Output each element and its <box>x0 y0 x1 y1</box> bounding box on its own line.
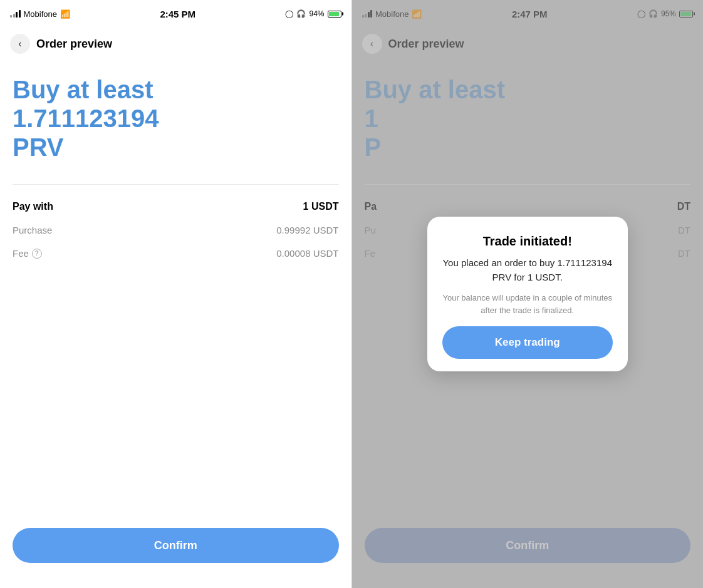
left-detail-section: Pay with 1 USDT Purchase 0.99992 USDT Fe… <box>13 184 339 265</box>
left-nav-bar: ‹ Order preview <box>0 28 352 60</box>
left-confirm-wrap: Confirm <box>0 515 352 588</box>
headphones-icon: 🎧 <box>296 9 306 18</box>
modal-overlay: Trade initiated! You placed an order to … <box>352 0 704 588</box>
left-fee-label: Fee ? <box>13 248 42 259</box>
left-status-carrier-group: Mobifone 📶 <box>10 9 70 19</box>
left-pay-with-value: 1 USDT <box>303 201 339 212</box>
left-content: Buy at least 1.711123194 PRV Pay with 1 … <box>0 60 352 515</box>
trade-initiated-modal: Trade initiated! You placed an order to … <box>427 217 628 371</box>
left-heading-line2: 1.711123194 <box>13 105 159 132</box>
fee-info-icon: ? <box>32 249 42 259</box>
left-purchase-label: Purchase <box>13 225 52 235</box>
left-status-time: 2:45 PM <box>160 9 195 19</box>
left-confirm-button[interactable]: Confirm <box>13 528 339 563</box>
left-back-arrow-icon: ‹ <box>18 38 21 49</box>
left-status-bar: Mobifone 📶 2:45 PM ◯ 🎧 94% <box>0 0 352 28</box>
signal-icon <box>10 10 21 18</box>
left-fee-row: Fee ? 0.00008 USDT <box>13 242 339 265</box>
modal-title: Trade initiated! <box>483 234 572 249</box>
left-pay-with-label: Pay with <box>13 201 53 212</box>
left-nav-title: Order preview <box>36 38 112 51</box>
modal-body: You placed an order to buy 1.711123194 P… <box>442 256 613 284</box>
battery-pct-label: 94% <box>309 9 324 18</box>
left-back-button[interactable]: ‹ <box>10 34 30 54</box>
left-buy-heading: Buy at least 1.711123194 PRV <box>13 75 339 162</box>
battery-icon <box>328 11 341 18</box>
right-panel: Mobifone 📶 2:47 PM ◯ 🎧 95% ‹ Order previ… <box>352 0 704 588</box>
screen-icon: ◯ <box>285 9 293 18</box>
left-pay-with-row: Pay with 1 USDT <box>13 195 339 219</box>
left-status-right: ◯ 🎧 94% <box>285 9 341 18</box>
left-fee-value: 0.00008 USDT <box>276 248 338 259</box>
left-panel: Mobifone 📶 2:45 PM ◯ 🎧 94% ‹ Order previ… <box>0 0 352 588</box>
left-heading-line3: PRV <box>13 133 64 161</box>
carrier-label: Mobifone <box>24 9 57 19</box>
keep-trading-button[interactable]: Keep trading <box>442 326 613 359</box>
wifi-icon: 📶 <box>60 9 70 19</box>
left-purchase-row: Purchase 0.99992 USDT <box>13 219 339 242</box>
left-purchase-value: 0.99992 USDT <box>276 225 338 235</box>
modal-sub: Your balance will update in a couple of … <box>442 292 613 316</box>
left-heading-line1: Buy at least <box>13 76 154 103</box>
